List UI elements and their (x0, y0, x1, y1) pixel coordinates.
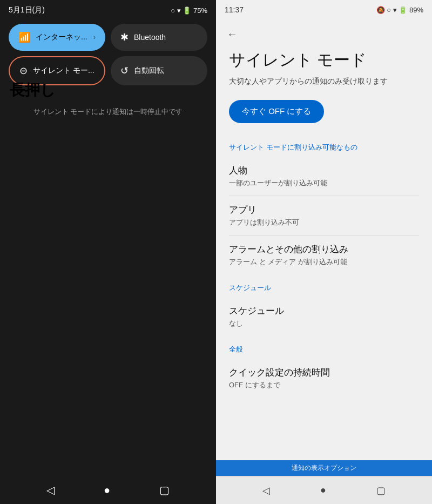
settings-item-schedule-title: スケジュール (229, 305, 419, 317)
settings-item-apps-subtitle: アプリは割り込み不可 (229, 218, 419, 227)
settings-item-apps-title: アプリ (229, 204, 419, 216)
page-title: サイレント モード (216, 46, 432, 74)
left-nav-back[interactable]: ◁ (42, 479, 59, 501)
back-button[interactable]: ← (216, 23, 432, 46)
chevron-icon: › (93, 33, 96, 41)
section-header-2: スケジュール (216, 274, 432, 297)
tile-rotation[interactable]: ↺ 自動回転 (111, 56, 207, 85)
right-nav-bar: ◁ ● ▢ (216, 476, 432, 504)
right-content: ← サイレント モード 大切な人やアプリからの通知のみ受け取ります 今すぐ OF… (216, 18, 432, 504)
right-status-icons: 🔕 ○ ▾ 🔋 89% (376, 6, 423, 14)
settings-item-people-subtitle: 一部のユーザーが割り込み可能 (229, 178, 419, 188)
left-nav-home[interactable]: ● (99, 480, 114, 501)
tile-silent-label: サイレント モー... (33, 66, 94, 76)
tile-bluetooth[interactable]: ✱ Bluetooth (111, 24, 207, 51)
tile-bluetooth-label: Bluetooth (134, 33, 198, 42)
left-status-bar: 5月1日(月) ○ ▾ 🔋 75% (0, 0, 216, 19)
right-nav-home[interactable]: ● (316, 480, 330, 500)
tile-rotation-label: 自動回転 (134, 66, 198, 76)
right-panel: 11:37 🔕 ○ ▾ 🔋 89% ← サイレント モード 大切な人やアプリから… (216, 0, 432, 504)
right-nav-recent[interactable]: ▢ (372, 480, 390, 501)
left-date: 5月1日(月) (9, 5, 45, 15)
settings-item-alarms[interactable]: アラームとその他の割り込み アラーム と メディア が割り込み可能 (216, 236, 432, 274)
left-panel: 5月1日(月) ○ ▾ 🔋 75% 📶 インターネッ... › ✱ Blueto… (0, 0, 216, 504)
silent-icon: ⊖ (19, 65, 28, 77)
left-nav-recent[interactable]: ▢ (155, 479, 174, 501)
section-header-1: サイレント モードに割り込み可能なもの (216, 134, 432, 157)
settings-item-duration-subtitle: OFF にするまで (229, 380, 419, 390)
tile-internet-label: インターネッ... (36, 32, 88, 42)
settings-item-apps[interactable]: アプリ アプリは割り込み不可 (216, 196, 432, 235)
settings-item-duration[interactable]: クイック設定の持続時間 OFF にするまで (216, 359, 432, 398)
long-press-label: 長押し (10, 80, 56, 100)
left-status-text: ○ ▾ 🔋 75% (171, 6, 207, 15)
settings-item-alarms-subtitle: アラーム と メディア が割り込み可能 (229, 257, 419, 267)
settings-item-schedule-subtitle: なし (229, 319, 419, 328)
tile-internet[interactable]: 📶 インターネッ... › (9, 24, 105, 51)
rotation-icon: ↺ (120, 65, 129, 77)
bottom-bar-hint[interactable]: 通知の表示オプション (216, 460, 432, 476)
section-header-3: 全般 (216, 336, 432, 359)
right-status-bar: 11:37 🔕 ○ ▾ 🔋 89% (216, 0, 432, 18)
right-status-text: 🔕 ○ ▾ 🔋 89% (376, 6, 423, 14)
settings-item-people-title: 人物 (229, 164, 419, 177)
right-time: 11:37 (225, 5, 244, 14)
wifi-icon: 📶 (18, 31, 30, 43)
left-nav-bar: ◁ ● ▢ (0, 476, 216, 504)
settings-item-schedule[interactable]: スケジュール なし (216, 297, 432, 336)
left-status-icons: ○ ▾ 🔋 75% (171, 6, 207, 15)
quick-tiles-grid: 📶 インターネッ... › ✱ Bluetooth ⊖ サイレント モー... … (0, 19, 216, 90)
settings-item-alarms-title: アラームとその他の割り込み (229, 243, 419, 256)
settings-item-duration-title: クイック設定の持続時間 (229, 366, 419, 379)
bluetooth-icon: ✱ (120, 31, 129, 43)
right-nav-back[interactable]: ◁ (258, 480, 274, 501)
settings-item-people[interactable]: 人物 一部のユーザーが割り込み可能 (216, 157, 432, 196)
off-button[interactable]: 今すぐ OFF にする (229, 100, 324, 123)
page-subtitle: 大切な人やアプリからの通知のみ受け取ります (216, 74, 432, 96)
